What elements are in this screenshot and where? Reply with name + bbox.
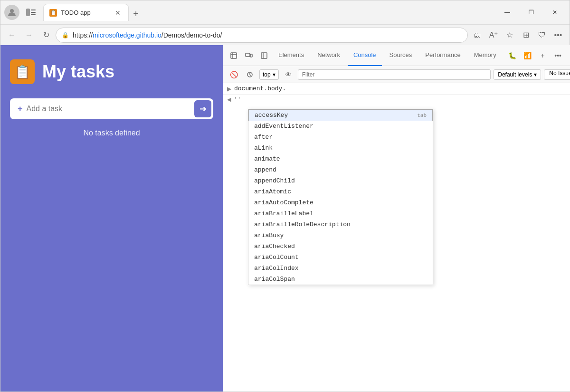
- add-task-submit-button[interactable]: ➔: [194, 100, 211, 117]
- autocomplete-item[interactable]: ariaColCount: [248, 252, 433, 263]
- autocomplete-dropdown: accessKeytabaddEventListenerafteraLinkan…: [248, 109, 433, 285]
- browser-tab-active[interactable]: 📋 TODO app ✕: [43, 4, 129, 21]
- read-aloud-icon[interactable]: A⁺: [486, 28, 501, 43]
- autocomplete-item[interactable]: ariaBrailleRoleDescription: [248, 219, 433, 230]
- address-bar[interactable]: 🔒 https://microsoftedge.github.io/Demos/…: [56, 28, 468, 43]
- todo-title: My tasks: [42, 62, 114, 82]
- autocomplete-item[interactable]: appendChild: [248, 175, 433, 186]
- svg-rect-6: [246, 53, 250, 57]
- navigation-bar: ← → ↻ 🔒 https://microsoftedge.github.io/…: [0, 24, 570, 45]
- log-level-label: Default levels: [498, 71, 532, 78]
- console-prompt-icon: ▶: [227, 86, 231, 92]
- svg-rect-8: [261, 53, 267, 58]
- autocomplete-item[interactable]: ariaBrailleLabel: [248, 208, 433, 219]
- title-bar-left: [4, 5, 38, 20]
- autocomplete-item-label: ariaBrailleLabel: [254, 210, 314, 217]
- back-button[interactable]: ←: [4, 28, 19, 43]
- tab-elements[interactable]: Elements: [273, 45, 310, 66]
- console-output-line: ◀ '': [223, 95, 570, 105]
- context-dropdown-icon: ▾: [273, 71, 276, 78]
- add-devtools-tab-icon[interactable]: +: [536, 49, 550, 62]
- close-button[interactable]: ✕: [544, 5, 566, 20]
- eye-icon[interactable]: 👁: [282, 68, 295, 81]
- bug-icon[interactable]: 🐛: [506, 49, 519, 62]
- new-tab-button[interactable]: +: [129, 7, 143, 21]
- profile-icon[interactable]: [4, 5, 19, 20]
- autocomplete-item-label: appendChild: [254, 177, 295, 184]
- autocomplete-item[interactable]: ariaColIndex: [248, 263, 433, 274]
- browser-window: 📋 TODO app ✕ + — ❐ ✕ ← → ↻ 🔒 https://mic…: [0, 0, 570, 392]
- svg-rect-7: [250, 54, 252, 57]
- autocomplete-item[interactable]: accessKeytab: [248, 109, 433, 121]
- tab-memory[interactable]: Memory: [468, 45, 502, 66]
- log-level-selector[interactable]: Default levels ▾: [494, 69, 541, 80]
- autocomplete-item-label: ariaBusy: [254, 232, 284, 239]
- console-output-text: '': [234, 96, 241, 103]
- console-content: ▶ document.body. ◀ '' accessKeytabaddEve…: [223, 83, 570, 392]
- todo-header: 📋 My tasks: [10, 59, 213, 84]
- autocomplete-item[interactable]: ariaBusy: [248, 230, 433, 241]
- more-devtools-icon[interactable]: •••: [551, 49, 565, 62]
- more-options-icon[interactable]: •••: [551, 28, 566, 43]
- autocomplete-item-label: animate: [254, 155, 280, 163]
- address-url: https://microsoftedge.github.io/Demos/de…: [73, 31, 462, 39]
- autocomplete-item-label: addEventListener: [254, 123, 314, 130]
- autocomplete-item[interactable]: animate: [248, 153, 433, 164]
- collections-icon[interactable]: 🗂: [470, 28, 485, 43]
- tabs-bar: 📋 TODO app ✕ +: [43, 4, 493, 21]
- svg-point-0: [10, 9, 14, 13]
- svg-rect-4: [31, 14, 36, 15]
- autocomplete-item[interactable]: append: [248, 164, 433, 175]
- clear-console-icon[interactable]: 🚫: [227, 68, 240, 81]
- refresh-button[interactable]: ↻: [38, 28, 54, 43]
- console-filter-input[interactable]: [298, 69, 491, 80]
- split-screen-icon[interactable]: ⊞: [518, 28, 533, 43]
- favorites-icon[interactable]: ☆: [502, 28, 517, 43]
- nav-right-icons: 🗂 A⁺ ☆ ⊞ 🛡 •••: [470, 28, 566, 43]
- tab-network[interactable]: Network: [312, 45, 346, 66]
- autocomplete-item-label: ariaBrailleRoleDescription: [254, 221, 351, 228]
- context-selector[interactable]: top ▾: [259, 69, 279, 80]
- tab-console[interactable]: Console: [348, 45, 382, 66]
- device-toolbar-icon[interactable]: [242, 49, 256, 62]
- tab-sources[interactable]: Sources: [384, 45, 418, 66]
- todo-favicon-icon: 📋: [10, 59, 35, 84]
- autocomplete-item-hint: tab: [417, 113, 427, 118]
- network-conditions-icon[interactable]: 📶: [521, 49, 534, 62]
- maximize-button[interactable]: ❐: [520, 5, 542, 20]
- tab-title: TODO app: [61, 9, 109, 16]
- add-task-bar: + ➔: [10, 98, 213, 119]
- add-icon: +: [18, 104, 23, 114]
- help-devtools-icon[interactable]: ?: [567, 49, 570, 62]
- tab-close-button[interactable]: ✕: [113, 8, 123, 18]
- sidebar-toggle-icon[interactable]: [24, 6, 38, 19]
- autocomplete-item[interactable]: aLink: [248, 143, 433, 153]
- sidebar-toggle-dt-icon[interactable]: [257, 49, 271, 62]
- svg-rect-3: [31, 12, 36, 13]
- autocomplete-item-label: ariaColSpan: [254, 276, 295, 283]
- add-task-input[interactable]: [27, 105, 190, 113]
- autocomplete-item-label: append: [254, 166, 276, 173]
- browser-essentials-icon[interactable]: 🛡: [534, 28, 550, 43]
- tab-performance[interactable]: Performance: [419, 45, 466, 66]
- minimize-button[interactable]: —: [496, 5, 518, 20]
- autocomplete-item[interactable]: after: [248, 132, 433, 143]
- forward-button[interactable]: →: [21, 28, 37, 43]
- console-input-text[interactable]: document.body.: [234, 85, 570, 92]
- console-toolbar: 🚫 top ▾ 👁 Default levels ▾ No I: [223, 66, 570, 83]
- autocomplete-item[interactable]: ariaAutoComplete: [248, 197, 433, 208]
- toggle-filter-icon[interactable]: [243, 68, 256, 81]
- inspect-element-icon[interactable]: [227, 49, 240, 62]
- context-label: top: [263, 71, 271, 78]
- autocomplete-item[interactable]: ariaChecked: [248, 241, 433, 252]
- console-output-arrow: ◀: [227, 96, 231, 103]
- svg-rect-2: [31, 10, 36, 10]
- autocomplete-item[interactable]: addEventListener: [248, 121, 433, 132]
- autocomplete-item-label: after: [254, 134, 273, 141]
- main-content: 📋 My tasks + ➔ No tasks defined: [0, 45, 570, 392]
- autocomplete-item[interactable]: ariaAtomic: [248, 186, 433, 197]
- console-input-line: ▶ document.body.: [223, 83, 570, 95]
- autocomplete-item[interactable]: ariaColSpan: [248, 274, 433, 285]
- no-issues-button[interactable]: No Issues: [544, 69, 570, 80]
- window-controls: — ❐ ✕: [496, 5, 566, 20]
